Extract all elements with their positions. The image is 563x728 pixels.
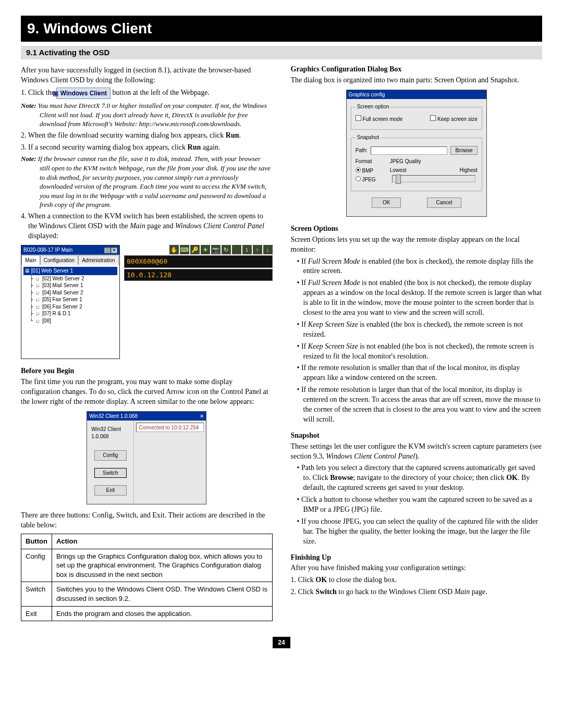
snapshot-group: Snapshot Path: Browse Format BMP JPEG xyxy=(351,134,482,191)
bmp-radio xyxy=(356,167,361,172)
finishing-heading: Finishing Up xyxy=(291,553,543,563)
config-button[interactable]: Config xyxy=(94,450,127,461)
tab-configuration[interactable]: Configuration xyxy=(40,255,78,265)
hand-icon[interactable]: ✋ xyxy=(169,245,179,254)
browse-button[interactable]: Browse xyxy=(450,146,477,155)
table-intro: There are three buttons: Config, Switch,… xyxy=(21,511,273,530)
finish-step-1: 1. Click OK to close the dialog box. xyxy=(291,575,543,585)
tree-item[interactable]: [08] xyxy=(23,317,117,325)
close-icon[interactable]: ✕ xyxy=(200,413,204,420)
list-item: If the remote resolution is larger than … xyxy=(297,385,543,425)
osd-figure: B020-008-17 IP Main ◫✕ Main Configuratio… xyxy=(21,245,273,359)
chapter-title: 9. Windows Client xyxy=(27,19,536,39)
page-number: 24 xyxy=(21,637,542,648)
finishing-para: After you have finished making your conf… xyxy=(291,563,543,573)
path-input[interactable] xyxy=(371,146,447,155)
osd-titlebar-buttons[interactable]: ◫✕ xyxy=(104,246,117,254)
left-column: After you have successfully logged in (s… xyxy=(21,65,273,621)
tree-item-selected[interactable]: 🖥 [01] Web Server 1 xyxy=(23,267,117,275)
step-1: 1. Click the Windows Client button at th… xyxy=(21,88,273,99)
camera-icon[interactable]: 📷 xyxy=(211,245,221,254)
cancel-button[interactable]: Cancel xyxy=(427,198,461,208)
arrow-icon[interactable]: ↻ xyxy=(222,245,231,254)
step-3: 3. If a second security warning dialog b… xyxy=(21,143,273,153)
list-item: If Keep Screen Size is not enabled (the … xyxy=(297,342,543,362)
step-4: 4. When a connection to the KVM switch h… xyxy=(21,212,273,241)
tree-item[interactable]: [05] Fax Server 1 xyxy=(23,296,117,303)
tree-item[interactable]: [02] Web Server 2 xyxy=(23,275,117,282)
tab-main[interactable]: Main xyxy=(21,255,40,265)
finish-step-2: 2. Click Switch to go back to the Window… xyxy=(291,587,543,597)
control-panel-icons[interactable]: ✋ ⌨ 🔑 ☀ 📷 ↻ 1 ↑ ↓ xyxy=(124,245,273,254)
switch-button[interactable]: Switch xyxy=(94,468,127,478)
key-icon[interactable]: 🔑 xyxy=(190,245,200,254)
graphics-config-dialog: Graphics config Screen option Full scree… xyxy=(346,90,487,217)
tree-item[interactable]: [06] Fax Server 2 xyxy=(23,303,117,311)
tab-administration[interactable]: Administration xyxy=(78,255,118,265)
intro-paragraph: After you have successfully logged in (s… xyxy=(21,66,273,85)
gc-para: The dialog box is organized into two mai… xyxy=(291,76,543,85)
step-2: 2. When the file download security warni… xyxy=(21,131,273,141)
jpeg-radio xyxy=(356,176,361,181)
section-heading: 9.1 Activating the OSD xyxy=(21,46,542,59)
gc-heading: Graphics Configuration Dialog Box xyxy=(291,65,543,75)
list-item: If Full Screen Mode is enabled (the box … xyxy=(297,257,543,277)
table-row: Config Brings up the Graphics Configurat… xyxy=(21,549,273,582)
th-action: Action xyxy=(52,534,272,549)
win32-client-dialog: Win32 Client 1.0.068 ✕ Win32 Client 1.0.… xyxy=(87,411,206,505)
exit-button[interactable]: Exit xyxy=(94,485,127,496)
keyboard-icon[interactable]: ⌨ xyxy=(180,245,189,254)
screen-options-list: If Full Screen Mode is enabled (the box … xyxy=(291,257,543,425)
tree-item[interactable]: [03] Mail Server 1 xyxy=(23,282,117,289)
section-title: 9.1 Activating the OSD xyxy=(26,47,537,58)
snapshot-heading: Snapshot xyxy=(291,431,543,441)
buttons-table: Button Action Config Brings up the Graph… xyxy=(21,534,273,621)
note-directx: Note: You must have DirectX 7.0 or highe… xyxy=(21,101,273,129)
list-item: If Full Screen Mode is not enabled (the … xyxy=(297,278,543,318)
osd-window: B020-008-17 IP Main ◫✕ Main Configuratio… xyxy=(21,245,120,359)
ok-button[interactable]: OK xyxy=(372,198,401,208)
win32-title: Win32 Client 1.0.068 xyxy=(89,413,138,420)
windows-client-button[interactable]: Windows Client xyxy=(56,88,111,99)
snapshot-para: These settings let the user configure th… xyxy=(291,442,543,462)
connection-log: Connected to 10.0.12.254 xyxy=(136,423,204,432)
panel-icon[interactable]: ↑ xyxy=(253,245,262,254)
tree-item[interactable]: [07] R & D 1 xyxy=(23,310,117,317)
list-item: If the remote resolution is smaller than… xyxy=(297,363,543,383)
list-item: Path lets you select a directory that th… xyxy=(297,463,543,493)
resolution-display: 800X600@60 xyxy=(124,255,273,268)
th-button: Button xyxy=(21,534,52,549)
list-item: If Keep Screen Size is enabled (the box … xyxy=(297,320,543,340)
chapter-heading: 9. Windows Client xyxy=(21,16,542,42)
note-save-to-disk: Note: If the browser cannot run the file… xyxy=(21,154,273,209)
before-you-begin-heading: Before you Begin xyxy=(21,366,273,376)
snapshot-list: Path lets you select a directory that th… xyxy=(291,463,543,546)
list-item: If you choose JPEG, you can select the q… xyxy=(297,517,543,547)
osd-window-title: B020-008-17 IP Main xyxy=(23,246,72,254)
keep-size-checkbox xyxy=(430,115,436,121)
panel-icon[interactable]: ↓ xyxy=(263,245,273,254)
table-row: Exit Ends the program and closes the app… xyxy=(21,606,273,621)
tree-item[interactable]: [04] Mail Server 2 xyxy=(23,289,117,297)
panel-icon[interactable]: 1 xyxy=(242,245,252,254)
screen-options-para: Screen Options lets you set up the way t… xyxy=(291,235,543,255)
quality-slider[interactable] xyxy=(392,175,475,182)
right-column: Graphics Configuration Dialog Box The di… xyxy=(291,65,543,621)
table-row: Switch Switches you to the Windows Clien… xyxy=(21,582,273,606)
ip-display: 10.0.12.128 xyxy=(124,269,273,281)
screen-options-heading: Screen Options xyxy=(291,224,543,234)
sun-icon[interactable]: ☀ xyxy=(201,245,210,254)
win32-version-label: Win32 Client 1.0.068 xyxy=(91,426,129,440)
osd-tabs[interactable]: Main Configuration Administration xyxy=(21,255,119,265)
screen-option-group: Screen option Full screen mode Keep scre… xyxy=(351,103,482,130)
full-screen-checkbox xyxy=(356,115,361,121)
gc-title: Graphics config xyxy=(347,90,486,100)
osd-tree[interactable]: 🖥 [01] Web Server 1 [02] Web Server 2 [0… xyxy=(21,265,119,359)
list-item: Click a button to choose whether you wan… xyxy=(297,495,543,515)
before-paragraph: The first time you run the program, you … xyxy=(21,377,273,407)
